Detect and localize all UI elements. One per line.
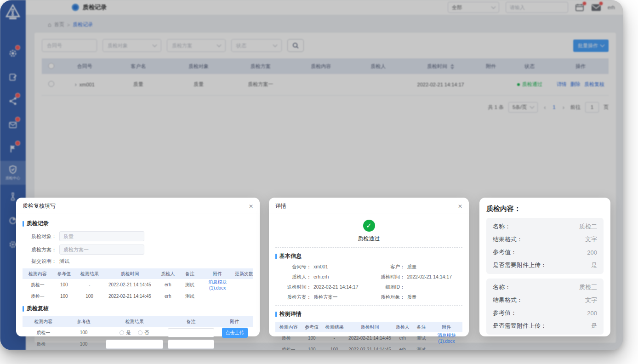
modal-title: 详情 (275, 202, 286, 210)
section-record: 质检记录 (23, 220, 253, 228)
detail-table: 检测内容 参考值 检测结果 质检时间 质检人 备注 附件 质检一 100 - 2… (275, 322, 462, 350)
modal-title: 质检复核填写 (23, 202, 56, 210)
result-input[interactable] (106, 340, 163, 349)
section-basic: 基本信息 (275, 252, 462, 260)
form-row-object: 质检对象： (23, 231, 253, 241)
content-card-2: 名称：质检三 结果格式：文字 参考值：200 是否需要附件上传：是 (486, 279, 604, 335)
form-row-note: 提交说明： 测试 (23, 258, 253, 265)
section-review: 质检复核 (23, 305, 253, 313)
review-input-table: 检测内容 参考值 检测结果 备注 附件 质检一 100 是 否 (23, 316, 253, 350)
upload-button[interactable]: 点击上传 (222, 328, 248, 338)
quality-content-panel: 质检内容： 名称：质检二 结果格式：文字 参考值：200 是否需要附件上传：是 … (479, 198, 610, 336)
remark-input[interactable] (168, 340, 215, 349)
table-row: 质检一 100 100 2022-02-21 14:14:45 erh 测试 (275, 344, 462, 350)
content-card-1: 名称：质检二 结果格式：文字 参考值：200 是否需要附件上传：是 (486, 218, 604, 274)
note-value: 测试 (59, 258, 69, 265)
radio-yes[interactable]: 是 (120, 330, 131, 336)
table-row: 质检一 100 是 否 点击上传 (23, 327, 253, 338)
form-row-plan: 质检方案： (23, 245, 253, 255)
table-row: 质检一 100 - 2022-02-21 14:14:45 erh 测试 消息模… (275, 332, 462, 344)
basic-info-grid: 合同号：xm001 客户：质量 质检人：erh.erh 质检时间：2022-02… (275, 264, 462, 301)
modal-header: 质检复核填写 (16, 198, 260, 214)
table-row: 质检一 100 100 2022-02-21 14:14:45 erh 测试 (23, 290, 253, 302)
table-row: 质检一 100 - 2022-02-21 14:14:45 erh 测试 消息模… (23, 279, 253, 290)
attachment-link[interactable]: 消息模块(1).docx (208, 279, 227, 290)
remark-input[interactable] (168, 328, 215, 337)
radio-no[interactable]: 否 (138, 330, 149, 336)
detail-modal: 详情 质检通过 基本信息 合同号：xm001 客户：质量 质检人：erh.erh… (269, 198, 469, 336)
record-detail-table: 检测内容 参考值 检测结果 质检时间 质检人 备注 附件 更新次数 质检一 10… (23, 268, 253, 302)
modal-header: 详情 (269, 198, 469, 214)
screen: 质检中心 (0, 0, 638, 364)
panel-title: 质检内容： (486, 205, 604, 213)
radio-icon (120, 330, 124, 335)
attachment-link[interactable]: 消息模块(1).docx (437, 333, 456, 344)
status-block: 质检通过 (275, 215, 462, 243)
divider (275, 305, 462, 306)
close-icon[interactable] (458, 204, 462, 209)
status-text: 质检通过 (358, 235, 380, 243)
plan-field[interactable] (59, 245, 144, 255)
close-icon[interactable] (249, 204, 253, 209)
table-row: 质检一 100 (23, 338, 253, 350)
divider (275, 247, 462, 248)
review-modal: 质检复核填写 质检记录 质检对象： 质检方案： 提交说明： 测试 检测内容 参 (16, 198, 260, 336)
app-window: 质检中心 (0, 0, 623, 350)
object-field[interactable] (59, 231, 144, 241)
check-circle-icon (363, 220, 375, 232)
section-detail: 检测详情 (275, 310, 462, 318)
radio-icon (138, 330, 142, 335)
